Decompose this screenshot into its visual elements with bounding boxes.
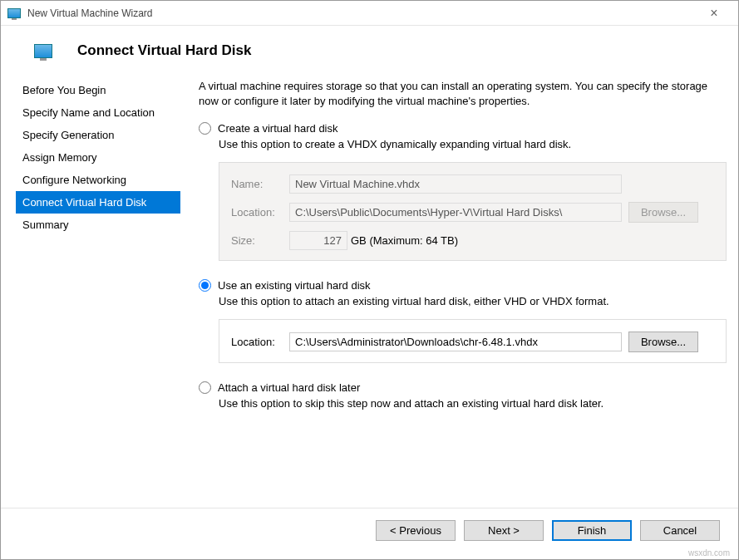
step-specify-generation[interactable]: Specify Generation [16, 124, 180, 146]
radio-later[interactable] [199, 381, 211, 394]
step-summary[interactable]: Summary [16, 214, 180, 236]
watermark: wsxdn.com [688, 548, 730, 558]
radio-later-label: Attach a virtual hard disk later [218, 381, 360, 394]
create-size-input [289, 231, 347, 250]
later-desc: Use this option to skip this step now an… [219, 397, 727, 411]
create-location-label: Location: [231, 206, 289, 219]
create-browse-button: Browse... [628, 202, 698, 223]
titlebar: New Virtual Machine Wizard × [1, 1, 738, 26]
finish-button[interactable]: Finish [552, 520, 632, 541]
header: Connect Virtual Hard Disk [1, 26, 738, 79]
radio-create-label: Create a virtual hard disk [218, 122, 338, 135]
step-connect-virtual-hard-disk[interactable]: Connect Virtual Hard Disk [16, 191, 180, 214]
intro-text: A virtual machine requires storage so th… [199, 79, 727, 109]
next-button[interactable]: Next > [464, 520, 544, 541]
create-size-unit: GB (Maximum: 64 TB) [351, 234, 458, 247]
close-button[interactable]: × [697, 2, 732, 25]
create-location-input [289, 203, 622, 222]
cancel-button[interactable]: Cancel [640, 520, 720, 541]
create-name-label: Name: [231, 178, 289, 190]
header-icon [34, 44, 52, 58]
wizard-window: New Virtual Machine Wizard × Connect Vir… [0, 0, 739, 560]
window-title: New Virtual Machine Wizard [27, 7, 697, 19]
step-specify-name-location[interactable]: Specify Name and Location [16, 101, 180, 124]
create-name-input [289, 174, 622, 194]
radio-create[interactable] [199, 122, 211, 135]
footer: < Previous Next > Finish Cancel [1, 508, 738, 559]
previous-button[interactable]: < Previous [376, 520, 456, 541]
app-icon [7, 8, 21, 18]
wizard-content: A virtual machine requires storage so th… [180, 79, 730, 469]
page-heading: Connect Virtual Hard Disk [77, 42, 251, 59]
step-assign-memory[interactable]: Assign Memory [16, 146, 180, 169]
existing-location-input[interactable] [289, 332, 622, 351]
step-configure-networking[interactable]: Configure Networking [16, 169, 180, 191]
existing-panel: Location: Browse... [219, 319, 727, 363]
existing-desc: Use this option to attach an existing vi… [219, 295, 727, 309]
step-before-you-begin[interactable]: Before You Begin [16, 79, 180, 101]
create-size-label: Size: [231, 234, 289, 247]
wizard-sidebar: Before You Begin Specify Name and Locati… [16, 79, 180, 469]
radio-existing[interactable] [199, 279, 211, 292]
create-panel: Name: Location: Browse... Size: GB (Maxi… [219, 162, 727, 261]
radio-existing-label: Use an existing virtual hard disk [218, 279, 371, 292]
existing-location-label: Location: [231, 336, 289, 348]
existing-browse-button[interactable]: Browse... [628, 332, 698, 352]
create-desc: Use this option to create a VHDX dynamic… [219, 138, 727, 152]
